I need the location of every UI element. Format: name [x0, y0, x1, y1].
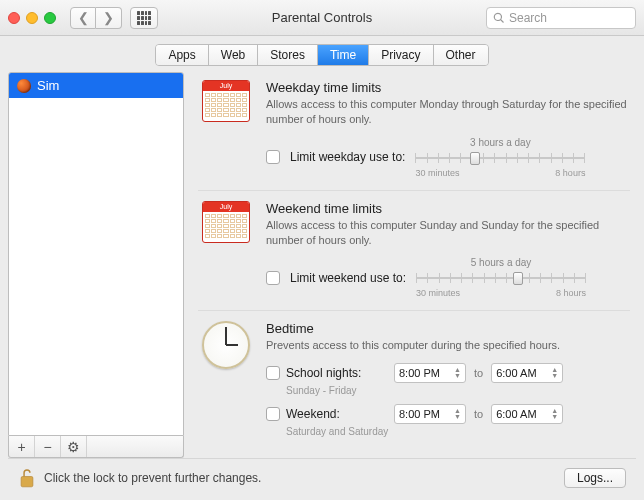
plus-icon: + [17, 439, 25, 455]
stepper-icon[interactable]: ▲▼ [454, 367, 461, 379]
back-button[interactable]: ❮ [70, 7, 96, 29]
user-row-sim[interactable]: Sim [9, 73, 183, 98]
to-label: to [474, 367, 483, 379]
calendar-icon: July [202, 80, 250, 122]
weekday-title: Weekday time limits [266, 80, 630, 95]
tab-stores[interactable]: Stores [258, 45, 318, 65]
sidebar-toolbar: + − ⚙ [8, 436, 184, 458]
user-name: Sim [37, 78, 59, 93]
user-list[interactable]: Sim [8, 72, 184, 436]
limit-weekend-label: Limit weekend use to: [290, 271, 406, 285]
tab-privacy[interactable]: Privacy [369, 45, 433, 65]
search-field[interactable]: Search [486, 7, 636, 29]
school-from-time[interactable]: 8:00 PM▲▼ [394, 363, 466, 383]
remove-user-button[interactable]: − [35, 436, 61, 457]
lock-open-icon[interactable] [18, 467, 36, 489]
calendar-icon: July [202, 201, 250, 243]
search-placeholder: Search [509, 11, 547, 25]
weekday-desc: Allows access to this computer Monday th… [266, 97, 630, 127]
weekend-slider-value: 5 hours a day [416, 257, 586, 268]
weekend-section: July Weekend time limits Allows access t… [192, 193, 636, 309]
search-icon [493, 12, 505, 24]
weekend-from-time[interactable]: 8:00 PM▲▼ [394, 404, 466, 424]
school-nights-row: School nights: 8:00 PM▲▼ to 6:00 AM▲▼ [266, 363, 630, 383]
school-nights-checkbox[interactable] [266, 366, 280, 380]
weekday-slider-thumb[interactable] [470, 152, 480, 165]
weekend-slider-thumb[interactable] [513, 272, 523, 285]
lock-text: Click the lock to prevent further change… [44, 471, 556, 485]
forward-button[interactable]: ❯ [96, 7, 122, 29]
school-nights-label: School nights: [286, 366, 361, 380]
window-traffic-lights [8, 12, 56, 24]
limit-weekday-checkbox[interactable] [266, 150, 280, 164]
tab-other[interactable]: Other [434, 45, 488, 65]
settings-panel: July Weekday time limits Allows access t… [192, 72, 636, 458]
bedtime-section: Bedtime Prevents access to this computer… [192, 313, 636, 455]
back-forward-segment: ❮ ❯ [70, 7, 122, 29]
weekend-desc: Allows access to this computer Sunday an… [266, 218, 630, 248]
gear-icon: ⚙ [67, 439, 80, 455]
tab-time[interactable]: Time [318, 45, 369, 65]
stepper-icon[interactable]: ▲▼ [551, 408, 558, 420]
weekday-slider-value: 3 hours a day [415, 137, 585, 148]
weekend-title: Weekend time limits [266, 201, 630, 216]
weekend-to-time[interactable]: 6:00 AM▲▼ [491, 404, 563, 424]
weekday-section: July Weekday time limits Allows access t… [192, 72, 636, 188]
weekend-nights-row: Weekend: 8:00 PM▲▼ to 6:00 AM▲▼ [266, 404, 630, 424]
weekend-slider[interactable] [416, 270, 586, 286]
stepper-icon[interactable]: ▲▼ [454, 408, 461, 420]
weekend-nights-checkbox[interactable] [266, 407, 280, 421]
weekday-scale-min: 30 minutes [415, 168, 459, 178]
tab-web[interactable]: Web [209, 45, 258, 65]
weekend-nights-sublabel: Saturday and Saturday [286, 426, 630, 437]
titlebar: ❮ ❯ Parental Controls Search [0, 0, 644, 36]
minus-icon: − [43, 439, 51, 455]
weekend-nights-label: Weekend: [286, 407, 340, 421]
weekday-slider[interactable] [415, 150, 585, 166]
tabs: Apps Web Stores Time Privacy Other [155, 44, 488, 66]
window-title: Parental Controls [166, 10, 478, 25]
logs-button[interactable]: Logs... [564, 468, 626, 488]
weekday-scale-max: 8 hours [555, 168, 585, 178]
weekend-scale-min: 30 minutes [416, 288, 460, 298]
show-all-button[interactable] [130, 7, 158, 29]
bedtime-desc: Prevents access to this computer during … [266, 338, 630, 353]
tab-apps[interactable]: Apps [156, 45, 208, 65]
sidebar-action-menu[interactable]: ⚙ [61, 436, 87, 457]
limit-weekday-label: Limit weekday use to: [290, 150, 405, 164]
limit-weekend-checkbox[interactable] [266, 271, 280, 285]
close-window-button[interactable] [8, 12, 20, 24]
zoom-window-button[interactable] [44, 12, 56, 24]
footer: Click the lock to prevent further change… [8, 458, 636, 496]
minimize-window-button[interactable] [26, 12, 38, 24]
grid-icon [137, 11, 151, 25]
bedtime-title: Bedtime [266, 321, 630, 336]
stepper-icon[interactable]: ▲▼ [551, 367, 558, 379]
tabs-container: Apps Web Stores Time Privacy Other [8, 44, 636, 66]
school-nights-sublabel: Sunday - Friday [286, 385, 630, 396]
weekend-scale-max: 8 hours [556, 288, 586, 298]
user-avatar-icon [17, 79, 31, 93]
add-user-button[interactable]: + [9, 436, 35, 457]
sidebar: Sim + − ⚙ [8, 72, 184, 458]
to-label: to [474, 408, 483, 420]
school-to-time[interactable]: 6:00 AM▲▼ [491, 363, 563, 383]
clock-icon [202, 321, 250, 369]
